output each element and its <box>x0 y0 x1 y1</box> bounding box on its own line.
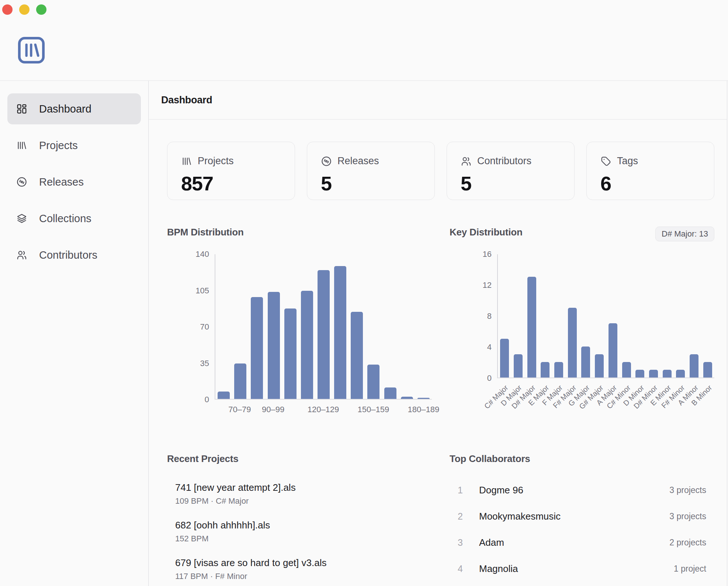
bar-D Minor[interactable] <box>635 370 644 378</box>
bar-140–149[interactable] <box>351 312 363 399</box>
sidebar-item-releases[interactable]: Releases <box>7 166 141 197</box>
bar-G# Major[interactable] <box>595 354 604 378</box>
bar-70–79[interactable] <box>234 363 246 399</box>
bar-F# Minor[interactable] <box>676 370 685 378</box>
recent-project-item[interactable]: 741 [new year attempt 2].als 109 BPM · C… <box>175 482 432 506</box>
chart-slot <box>606 254 620 378</box>
top-collaborators-section: Top Collaborators 1 Dogme 96 3 projects … <box>450 453 714 586</box>
collaborator-name: Mookymakesmusic <box>479 511 669 522</box>
collaborator-row[interactable]: 2 Mookymakesmusic 3 projects <box>458 508 706 524</box>
bar-E Major[interactable] <box>541 362 550 378</box>
bar-90–99[interactable] <box>268 292 280 399</box>
collaborator-row[interactable]: 3 Adam 2 projects <box>458 534 706 551</box>
chart-slot <box>249 254 265 399</box>
stat-card-header: Tags <box>600 155 714 167</box>
chart-slot <box>498 254 512 378</box>
chart-slot <box>620 254 633 378</box>
bar-D# Major[interactable] <box>527 277 536 378</box>
bar-F Major[interactable] <box>554 362 563 378</box>
recent-project-item[interactable]: 682 [oohh ahhhhh].als 152 BPM <box>175 520 432 544</box>
chart-slot <box>349 254 365 399</box>
bar-E Minor[interactable] <box>663 370 672 378</box>
bar-A Major[interactable] <box>609 323 617 378</box>
bar-110–119[interactable] <box>301 291 313 399</box>
bar-170–179[interactable] <box>401 397 413 399</box>
projects-icon <box>16 140 27 151</box>
layers-icon <box>16 213 27 224</box>
stat-value: 857 <box>181 172 295 195</box>
project-name: 741 [new year attempt 2].als <box>175 482 432 493</box>
bar-160–169[interactable] <box>384 387 396 399</box>
chart-slot <box>593 254 606 378</box>
stat-value: 5 <box>321 172 434 195</box>
users-icon <box>16 249 27 261</box>
chart-slot <box>232 254 249 399</box>
x-tick-label: 180–189 <box>408 405 440 414</box>
collaborator-count: 3 projects <box>669 511 706 521</box>
sidebar-item-label: Releases <box>39 176 84 188</box>
bar-A Minor[interactable] <box>690 354 698 378</box>
collaborator-row[interactable]: 1 Dogme 96 3 projects <box>458 482 706 498</box>
bar-180–189[interactable] <box>417 398 430 399</box>
bar-100–109[interactable] <box>284 308 297 399</box>
project-meta: 117 BPM · F# Minor <box>175 572 432 581</box>
traffic-light-zoom[interactable] <box>36 4 46 15</box>
stat-label: Tags <box>617 155 638 167</box>
bar-130–139[interactable] <box>334 266 346 399</box>
traffic-light-minimize[interactable] <box>19 4 30 15</box>
sidebar-item-contributors[interactable]: Contributors <box>7 239 141 270</box>
y-tick-label: 12 <box>483 280 492 290</box>
stat-label: Releases <box>337 155 379 167</box>
top-collaborators-title: Top Collaborators <box>450 453 714 465</box>
sidebar-item-dashboard[interactable]: Dashboard <box>7 93 141 124</box>
sidebar-item-label: Contributors <box>39 249 97 261</box>
bar-D Major[interactable] <box>514 354 523 378</box>
chart-slot <box>633 254 647 378</box>
bar-C# Major[interactable] <box>500 339 509 378</box>
sidebar-item-projects[interactable]: Projects <box>7 130 141 161</box>
x-axis-labels: 70–7990–99120–129150–159180–189 <box>215 400 432 415</box>
bar-D# Minor[interactable] <box>649 370 658 378</box>
chart-slot <box>215 254 232 399</box>
project-meta: 152 BPM <box>175 534 432 544</box>
x-tick-label: 120–129 <box>308 405 339 414</box>
bar-C# Minor[interactable] <box>622 362 631 378</box>
stat-card-header: Releases <box>321 155 434 167</box>
collaborator-name: Adam <box>479 537 669 548</box>
plot-area <box>215 254 432 400</box>
recent-project-item[interactable]: 679 [visas are so hard to get] v3.als 11… <box>175 557 432 581</box>
key-distribution-chart: Key DistributionD# Major: 130481216 C# M… <box>450 227 714 448</box>
projects-icon <box>181 156 192 167</box>
collaborator-count: 1 project <box>674 564 706 574</box>
chart-title: BPM Distribution <box>167 227 244 238</box>
stat-value: 6 <box>600 172 714 195</box>
disc-icon <box>321 156 332 167</box>
bar-80–89[interactable] <box>251 297 263 399</box>
bar-G Major[interactable] <box>581 347 590 378</box>
bar-B Minor[interactable] <box>703 362 712 378</box>
chart-slot <box>579 254 593 378</box>
collaborator-rank: 1 <box>458 485 479 496</box>
chart-slot <box>315 254 332 399</box>
chart-slot <box>701 254 714 378</box>
stats-row: Projects 857 Releases 5 Contributors 5 T… <box>167 142 714 200</box>
collaborator-rank: 4 <box>458 563 479 574</box>
traffic-lights <box>2 4 46 15</box>
y-tick-label: 70 <box>200 322 209 332</box>
y-tick-label: 35 <box>200 359 209 368</box>
bar-F# Major[interactable] <box>568 308 577 378</box>
bar-120–129[interactable] <box>318 270 330 399</box>
sidebar-item-collections[interactable]: Collections <box>7 203 141 234</box>
collaborator-row[interactable]: 4 Magnolia 1 project <box>458 561 706 577</box>
bar-60–69[interactable] <box>218 392 230 399</box>
bar-150–159[interactable] <box>367 365 379 399</box>
chart-slot <box>332 254 349 399</box>
collaborator-name: Dogme 96 <box>479 485 669 496</box>
collaborator-name: Magnolia <box>479 563 674 575</box>
chart-slot <box>565 254 579 378</box>
traffic-light-close[interactable] <box>2 4 13 15</box>
bpm-distribution-chart: BPM Distribution03570105140 70–7990–9912… <box>167 227 432 415</box>
chart-plot: 03570105140 <box>167 254 432 400</box>
tag-icon <box>600 156 611 167</box>
chart-title: Key Distribution <box>450 227 523 238</box>
